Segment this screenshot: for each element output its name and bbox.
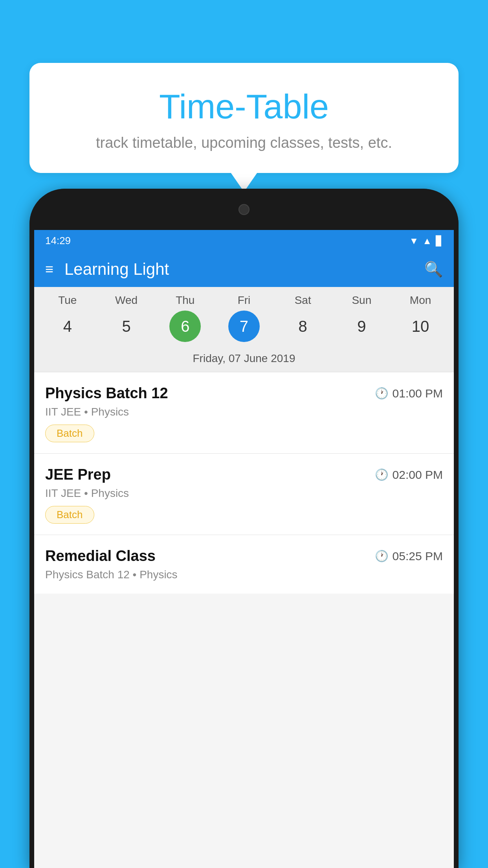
hamburger-icon[interactable]: ≡	[45, 261, 53, 278]
day-num-7[interactable]: 7	[228, 311, 260, 342]
day-headers: Tue Wed Thu Fri Sat Sun Mon	[34, 294, 454, 307]
class-meta-3: Physics Batch 12 • Physics	[45, 568, 443, 581]
calendar-strip: Tue Wed Thu Fri Sat Sun Mon 4 5 6 7 8 9 …	[34, 287, 454, 372]
app-title: Learning Light	[64, 260, 413, 279]
class-meta-2: IIT JEE • Physics	[45, 487, 443, 500]
phone-camera	[238, 204, 250, 215]
class-item-1[interactable]: Physics Batch 12 🕐 01:00 PM IIT JEE • Ph…	[34, 372, 454, 454]
bubble-title: Time-Table	[49, 86, 439, 127]
day-label-sun: Sun	[338, 294, 385, 307]
day-num-9[interactable]: 9	[346, 311, 377, 342]
class-item-2[interactable]: JEE Prep 🕐 02:00 PM IIT JEE • Physics Ba…	[34, 454, 454, 535]
status-time: 14:29	[45, 235, 71, 247]
wifi-icon: ▼	[409, 235, 418, 246]
status-bar: 14:29 ▼ ▲ ▊	[34, 230, 454, 252]
day-num-8[interactable]: 8	[287, 311, 319, 342]
class-name-3: Remedial Class	[45, 548, 156, 565]
day-num-6[interactable]: 6	[169, 311, 201, 342]
day-label-thu: Thu	[161, 294, 209, 307]
class-name-1: Physics Batch 12	[45, 385, 168, 402]
batch-tag-2: Batch	[45, 506, 94, 524]
clock-icon-3: 🕐	[375, 550, 389, 563]
class-item-3[interactable]: Remedial Class 🕐 05:25 PM Physics Batch …	[34, 535, 454, 594]
day-num-5[interactable]: 5	[111, 311, 142, 342]
search-icon[interactable]: 🔍	[424, 261, 443, 278]
day-label-wed: Wed	[103, 294, 150, 307]
phone-bezel	[29, 189, 459, 230]
phone-screen: 14:29 ▼ ▲ ▊ ≡ Learning Light 🔍 Tue Wed T…	[34, 230, 454, 868]
day-numbers: 4 5 6 7 8 9 10	[34, 311, 454, 342]
day-label-tue: Tue	[44, 294, 91, 307]
class-time-2: 🕐 02:00 PM	[375, 468, 443, 482]
day-num-10[interactable]: 10	[405, 311, 436, 342]
batch-tag-1: Batch	[45, 425, 94, 442]
battery-icon: ▊	[436, 235, 443, 246]
class-time-1: 🕐 01:00 PM	[375, 387, 443, 400]
phone-frame: 14:29 ▼ ▲ ▊ ≡ Learning Light 🔍 Tue Wed T…	[29, 189, 459, 868]
day-num-4[interactable]: 4	[52, 311, 83, 342]
class-item-2-top: JEE Prep 🕐 02:00 PM	[45, 466, 443, 483]
day-label-fri: Fri	[220, 294, 268, 307]
clock-icon-2: 🕐	[375, 468, 389, 481]
bubble-subtitle: track timetable, upcoming classes, tests…	[49, 134, 439, 151]
signal-icon: ▲	[422, 235, 432, 246]
selected-date-label: Friday, 07 June 2019	[34, 348, 454, 372]
day-label-sat: Sat	[279, 294, 327, 307]
class-name-2: JEE Prep	[45, 466, 111, 483]
clock-icon-1: 🕐	[375, 387, 389, 400]
app-bar: ≡ Learning Light 🔍	[34, 252, 454, 287]
class-time-3: 🕐 05:25 PM	[375, 550, 443, 563]
classes-list: Physics Batch 12 🕐 01:00 PM IIT JEE • Ph…	[34, 372, 454, 594]
status-icons: ▼ ▲ ▊	[409, 235, 443, 246]
class-item-1-top: Physics Batch 12 🕐 01:00 PM	[45, 385, 443, 402]
class-meta-1: IIT JEE • Physics	[45, 406, 443, 418]
speech-bubble-card: Time-Table track timetable, upcoming cla…	[29, 63, 459, 173]
day-label-mon: Mon	[397, 294, 444, 307]
class-item-3-top: Remedial Class 🕐 05:25 PM	[45, 548, 443, 565]
